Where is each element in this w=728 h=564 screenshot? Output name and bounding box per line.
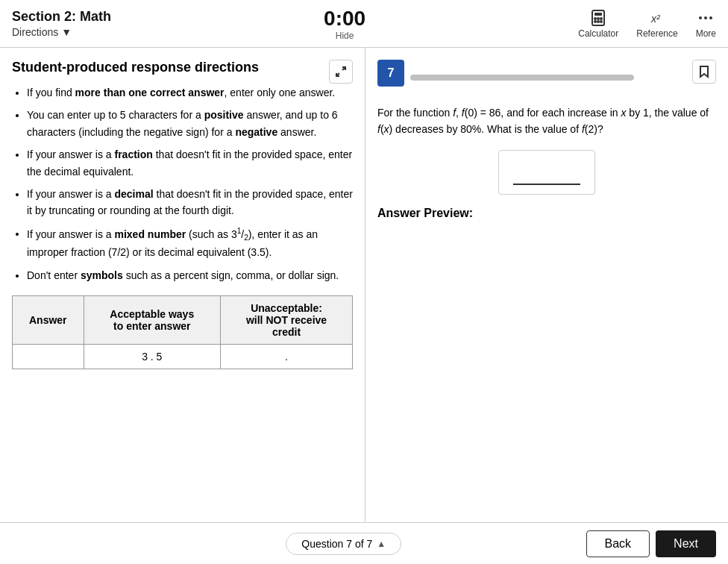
svg-point-11: [709, 16, 712, 19]
bold-text: more than one correct answer: [75, 87, 225, 98]
list-item: If your answer is a fraction that doesn'…: [27, 146, 353, 180]
table-header-unacceptable: Unacceptable:will NOT receivecredit: [221, 295, 353, 344]
svg-point-6: [597, 21, 599, 22]
hide-label: Hide: [324, 31, 365, 41]
expand-icon: [335, 66, 347, 78]
list-item: If your answer is a mixed number (such a…: [27, 225, 353, 261]
bookmark-icon: [697, 65, 711, 78]
directions-title: Student-produced response directions: [12, 60, 259, 75]
expand-button[interactable]: [329, 60, 353, 84]
more-tool[interactable]: More: [696, 9, 716, 39]
question-badge: 7: [377, 60, 404, 87]
reference-tool[interactable]: x² Reference: [636, 9, 677, 39]
list-item: You can enter up to 5 characters for a p…: [27, 107, 353, 140]
reference-label: Reference: [636, 28, 677, 39]
bold-text: symbols: [81, 269, 123, 281]
calculator-icon: [589, 9, 607, 27]
table-row: 3 . 5 .: [13, 344, 353, 369]
list-item: Don't enter symbols such as a percent si…: [27, 267, 353, 283]
bold-text: negative: [235, 126, 277, 138]
answer-box: [498, 150, 595, 195]
svg-point-7: [600, 21, 602, 22]
header-right: Calculator x² Reference More: [578, 9, 716, 39]
svg-point-5: [594, 21, 596, 22]
bold-text: positive: [204, 109, 244, 121]
more-icon: [697, 9, 715, 27]
table-header-acceptable: Acceptable waysto enter answer: [84, 295, 221, 344]
bold-text: mixed number: [115, 228, 186, 239]
question-label: Question 7 of 7: [301, 538, 372, 550]
right-panel: 7 For the function f, f(0) = 86, and for…: [365, 48, 728, 522]
calculator-tool[interactable]: Calculator: [578, 9, 618, 39]
answer-input[interactable]: [513, 164, 580, 185]
svg-rect-1: [594, 13, 602, 16]
footer-right: Back Next: [586, 530, 716, 557]
table-cell-unacceptable: .: [221, 344, 353, 369]
list-item: If your answer is a decimal that doesn't…: [27, 186, 353, 219]
answer-preview-section: Answer Preview:: [377, 207, 716, 220]
svg-point-4: [600, 18, 602, 19]
footer-center: Question 7 of 7 ▲: [286, 533, 401, 555]
table-cell-acceptable: 3 . 5: [84, 344, 221, 369]
question-text: For the function f, f(0) = 86, and for e…: [377, 104, 716, 138]
bookmark-button[interactable]: [692, 60, 716, 84]
answer-preview-label: Answer Preview:: [377, 207, 473, 219]
left-panel: Student-produced response directions If …: [0, 48, 365, 522]
table-header-answer: Answer: [13, 295, 84, 344]
svg-point-9: [699, 16, 702, 19]
more-label: More: [696, 28, 716, 39]
table-cell-answer: [13, 344, 84, 369]
svg-point-3: [597, 18, 599, 19]
bold-text: decimal: [115, 188, 154, 200]
directions-label: Directions: [12, 26, 58, 38]
directions-list: If you find more than one correct answer…: [12, 84, 353, 283]
svg-text:x²: x²: [650, 13, 661, 25]
bold-text: fraction: [115, 148, 153, 160]
footer: Question 7 of 7 ▲ Back Next: [0, 522, 728, 564]
header: Section 2: Math Directions ▼ 0:00 Hide C…: [0, 0, 728, 48]
question-nav-button[interactable]: Question 7 of 7 ▲: [286, 533, 401, 555]
list-item: If you find more than one correct answer…: [27, 84, 353, 101]
next-button[interactable]: Next: [656, 530, 716, 557]
directions-button[interactable]: Directions ▼: [12, 26, 111, 38]
svg-point-10: [704, 16, 707, 19]
section-title: Section 2: Math: [12, 9, 111, 25]
header-center: 0:00 Hide: [324, 7, 365, 41]
timer-display: 0:00: [324, 7, 365, 31]
header-left: Section 2: Math Directions ▼: [12, 9, 111, 38]
calculator-label: Calculator: [578, 28, 618, 39]
answer-table: Answer Acceptable waysto enter answer Un…: [12, 295, 353, 369]
reference-icon: x²: [648, 9, 666, 27]
chevron-down-icon: ▼: [61, 26, 72, 38]
back-button[interactable]: Back: [586, 530, 650, 557]
chevron-up-icon: ▲: [377, 539, 386, 549]
svg-point-2: [594, 18, 596, 19]
main-content: Student-produced response directions If …: [0, 48, 728, 522]
